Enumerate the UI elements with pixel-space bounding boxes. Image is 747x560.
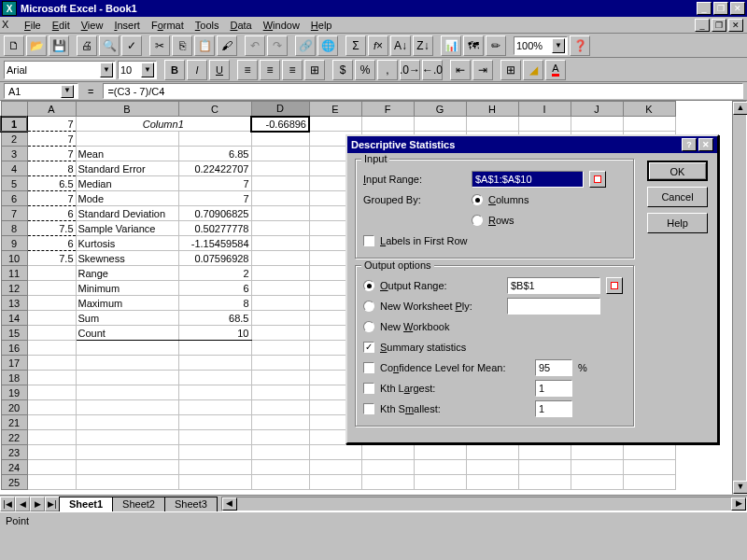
align-center-button[interactable]: ≡ <box>260 60 280 80</box>
kth-largest-field[interactable]: 1 <box>535 380 572 397</box>
sheet-tab-1[interactable]: Sheet1 <box>59 497 113 511</box>
cell[interactable] <box>27 475 76 490</box>
row-header-10[interactable]: 10 <box>1 251 27 266</box>
hyperlink-button[interactable]: 🔗 <box>295 35 316 56</box>
cell[interactable] <box>251 326 309 341</box>
last-sheet-button[interactable]: ▶| <box>45 497 60 511</box>
cell[interactable] <box>251 445 309 460</box>
row-header-5[interactable]: 5 <box>1 176 27 191</box>
cell[interactable] <box>251 460 309 475</box>
maximize-button[interactable]: ❐ <box>713 2 728 15</box>
cell[interactable]: Column1 <box>76 117 251 132</box>
cell[interactable] <box>251 281 309 296</box>
cell[interactable]: Skewness <box>76 251 178 266</box>
cell[interactable] <box>309 475 361 490</box>
cell[interactable] <box>251 356 309 371</box>
fill-color-button[interactable]: ◢ <box>523 60 543 80</box>
cell[interactable] <box>76 400 178 415</box>
cell[interactable] <box>251 385 309 400</box>
cell[interactable] <box>414 445 466 460</box>
cell[interactable] <box>178 400 251 415</box>
column-header-H[interactable]: H <box>466 102 518 117</box>
cell[interactable] <box>27 400 76 415</box>
cell[interactable] <box>251 132 309 147</box>
cell[interactable] <box>361 475 414 490</box>
cell[interactable]: Kurtosis <box>76 236 178 251</box>
column-header-B[interactable]: B <box>76 102 178 117</box>
column-header-E[interactable]: E <box>309 102 361 117</box>
kth-smallest-checkbox[interactable] <box>363 403 374 414</box>
cell[interactable]: 8 <box>27 161 76 176</box>
cell[interactable] <box>518 117 571 132</box>
chevron-down-icon[interactable]: ▼ <box>552 38 565 53</box>
cell[interactable] <box>76 341 178 356</box>
row-header-22[interactable]: 22 <box>1 430 27 445</box>
undo-button[interactable]: ↶ <box>245 35 265 56</box>
scroll-up-button[interactable]: ▲ <box>733 102 747 115</box>
cell[interactable]: Standard Error <box>76 161 178 176</box>
mdi-close-button[interactable]: ✕ <box>728 19 743 32</box>
new-button[interactable]: 🗋 <box>4 35 24 56</box>
cell[interactable] <box>76 132 178 147</box>
cancel-button[interactable]: Cancel <box>647 187 708 207</box>
row-header-9[interactable]: 9 <box>1 236 27 251</box>
dialog-titlebar[interactable]: Descriptive Statistics ? ✕ <box>347 136 717 153</box>
row-header-14[interactable]: 14 <box>1 311 27 326</box>
cell[interactable] <box>466 475 518 490</box>
decrease-decimal-button[interactable]: ←.0 <box>422 60 443 80</box>
column-header-D[interactable]: D <box>251 102 309 117</box>
cell[interactable]: 2 <box>178 266 251 281</box>
cell[interactable] <box>518 475 571 490</box>
row-header-21[interactable]: 21 <box>1 415 27 430</box>
menu-data[interactable]: Data <box>224 18 257 33</box>
menu-edit[interactable]: Edit <box>47 18 76 33</box>
save-button[interactable]: 💾 <box>49 35 69 56</box>
increase-indent-button[interactable]: ⇥ <box>472 60 493 80</box>
row-header-11[interactable]: 11 <box>1 266 27 281</box>
row-header-13[interactable]: 13 <box>1 296 27 311</box>
cell[interactable]: Maximum <box>76 296 178 311</box>
cell[interactable] <box>76 445 178 460</box>
cell[interactable] <box>571 445 623 460</box>
cell[interactable] <box>27 460 76 475</box>
cell[interactable] <box>623 460 675 475</box>
help-button[interactable]: Help <box>647 213 708 233</box>
print-button[interactable]: 🖨 <box>77 35 97 56</box>
cell[interactable] <box>27 266 76 281</box>
cell[interactable] <box>27 356 76 371</box>
labels-first-row-checkbox[interactable] <box>363 235 374 246</box>
confidence-level-checkbox[interactable] <box>363 362 374 373</box>
row-header-7[interactable]: 7 <box>1 206 27 221</box>
cell[interactable] <box>251 191 309 206</box>
row-header-12[interactable]: 12 <box>1 281 27 296</box>
cell[interactable] <box>251 371 309 385</box>
cell[interactable] <box>27 415 76 430</box>
cell[interactable]: 68.5 <box>178 311 251 326</box>
row-header-3[interactable]: 3 <box>1 147 27 161</box>
cell[interactable] <box>571 475 623 490</box>
cell[interactable] <box>27 296 76 311</box>
cell[interactable] <box>251 221 309 236</box>
cell[interactable]: 7 <box>27 132 76 147</box>
increase-decimal-button[interactable]: .0→ <box>400 60 420 80</box>
scroll-down-button[interactable]: ▼ <box>733 481 747 494</box>
menu-file[interactable]: File <box>19 18 47 33</box>
decrease-indent-button[interactable]: ⇤ <box>450 60 471 80</box>
cell[interactable]: 6 <box>27 236 76 251</box>
cell[interactable] <box>466 117 518 132</box>
paste-button[interactable]: 📋 <box>194 35 215 56</box>
align-left-button[interactable]: ≡ <box>237 60 258 80</box>
cell[interactable]: Median <box>76 176 178 191</box>
cell[interactable]: 0.70906825 <box>178 206 251 221</box>
cell[interactable] <box>414 117 466 132</box>
menu-insert[interactable]: Insert <box>108 18 146 33</box>
sheet-tab-2[interactable]: Sheet2 <box>112 497 165 511</box>
cell[interactable] <box>571 460 623 475</box>
cell[interactable]: Sum <box>76 311 178 326</box>
dialog-close-button[interactable]: ✕ <box>698 138 713 151</box>
cell[interactable] <box>251 236 309 251</box>
column-header-F[interactable]: F <box>361 102 414 117</box>
cell[interactable]: 0.50277778 <box>178 221 251 236</box>
input-range-field[interactable]: $A$1:$A$10 <box>472 171 584 188</box>
formula-input[interactable]: =(C3 - 7)/C4 <box>103 83 743 99</box>
